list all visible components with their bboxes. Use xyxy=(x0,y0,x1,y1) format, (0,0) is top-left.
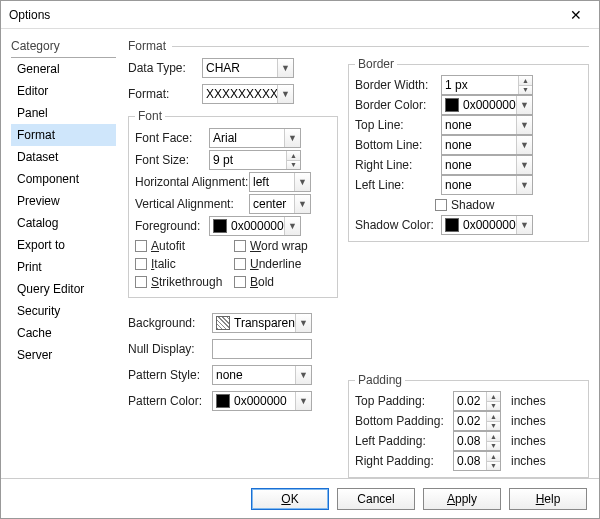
border-legend: Border xyxy=(355,57,397,71)
nulldisplay-input[interactable] xyxy=(212,339,312,359)
cancel-button[interactable]: Cancel xyxy=(337,488,415,510)
format-combo[interactable]: XXXXXXXXX...▼ xyxy=(202,84,294,104)
wordwrap-checkbox[interactable]: Word wrap xyxy=(234,239,331,253)
font-size-label: Font Size: xyxy=(135,153,205,167)
italic-checkbox[interactable]: Italic xyxy=(135,257,232,271)
sidebar-item-component[interactable]: Component xyxy=(11,168,116,190)
color-swatch xyxy=(445,98,459,112)
chevron-down-icon: ▼ xyxy=(516,176,532,194)
font-size-spinner[interactable]: 9 pt▲▼ xyxy=(209,150,301,170)
font-face-label: Font Face: xyxy=(135,131,205,145)
right-padding-label: Right Padding: xyxy=(355,454,447,468)
chevron-down-icon: ▼ xyxy=(516,216,532,234)
category-label: Category xyxy=(11,39,116,53)
font-group: Font Font Face: Arial▼ Font Size: 9 pt▲▼… xyxy=(128,109,338,298)
help-button[interactable]: Help xyxy=(509,488,587,510)
nulldisplay-label: Null Display: xyxy=(128,342,208,356)
sidebar-item-panel[interactable]: Panel xyxy=(11,102,116,124)
chevron-down-icon: ▼ xyxy=(295,314,311,332)
font-legend: Font xyxy=(135,109,165,123)
valign-combo[interactable]: center▼ xyxy=(249,194,311,214)
padding-legend: Padding xyxy=(355,373,405,387)
sidebar-item-export-to[interactable]: Export to xyxy=(11,234,116,256)
pattern-style-label: Pattern Style: xyxy=(128,368,208,382)
sidebar-item-preview[interactable]: Preview xyxy=(11,190,116,212)
chevron-down-icon: ▼ xyxy=(516,156,532,174)
chevron-down-icon: ▼ xyxy=(284,129,300,147)
options-dialog: Options ✕ Category GeneralEditorPanelFor… xyxy=(0,0,600,519)
data-type-combo[interactable]: CHAR▼ xyxy=(202,58,294,78)
font-face-combo[interactable]: Arial▼ xyxy=(209,128,301,148)
border-group: Border Border Width: 1 px▲▼ Border Color… xyxy=(348,57,589,242)
shadow-color-label: Shadow Color: xyxy=(355,218,435,232)
apply-button[interactable]: Apply xyxy=(423,488,501,510)
left-padding-spinner[interactable]: 0.08▲▼ xyxy=(453,431,501,451)
sidebar-item-catalog[interactable]: Catalog xyxy=(11,212,116,234)
foreground-combo[interactable]: 0x000000▼ xyxy=(209,216,301,236)
chevron-down-icon: ▼ xyxy=(516,116,532,134)
sidebar-item-print[interactable]: Print xyxy=(11,256,116,278)
halign-label: Horizontal Alignment: xyxy=(135,175,245,189)
unit-label: inches xyxy=(511,394,546,408)
chevron-down-icon: ▼ xyxy=(277,85,293,103)
color-swatch xyxy=(216,316,230,330)
border-width-spinner[interactable]: 1 px▲▼ xyxy=(441,75,533,95)
foreground-label: Foreground: xyxy=(135,219,205,233)
format-label: Format: xyxy=(128,87,198,101)
left-padding-label: Left Padding: xyxy=(355,434,447,448)
sidebar-item-security[interactable]: Security xyxy=(11,300,116,322)
background-combo[interactable]: Transparent▼ xyxy=(212,313,312,333)
color-swatch xyxy=(213,219,227,233)
ok-button[interactable]: OK xyxy=(251,488,329,510)
bottom-line-label: Bottom Line: xyxy=(355,138,435,152)
sidebar-item-cache[interactable]: Cache xyxy=(11,322,116,344)
right-line-combo[interactable]: none▼ xyxy=(441,155,533,175)
pattern-style-combo[interactable]: none▼ xyxy=(212,365,312,385)
sidebar-item-query-editor[interactable]: Query Editor xyxy=(11,278,116,300)
sidebar-item-format[interactable]: Format xyxy=(11,124,116,146)
chevron-down-icon: ▼ xyxy=(516,96,532,114)
halign-combo[interactable]: left▼ xyxy=(249,172,311,192)
sidebar-item-editor[interactable]: Editor xyxy=(11,80,116,102)
bottom-padding-spinner[interactable]: 0.02▲▼ xyxy=(453,411,501,431)
border-color-combo[interactable]: 0x000000▼ xyxy=(441,95,533,115)
bottom-line-combo[interactable]: none▼ xyxy=(441,135,533,155)
left-line-label: Left Line: xyxy=(355,178,435,192)
left-line-combo[interactable]: none▼ xyxy=(441,175,533,195)
top-line-label: Top Line: xyxy=(355,118,435,132)
color-swatch xyxy=(445,218,459,232)
data-type-label: Data Type: xyxy=(128,61,198,75)
category-list: GeneralEditorPanelFormatDatasetComponent… xyxy=(11,57,116,478)
sidebar-item-server[interactable]: Server xyxy=(11,344,116,366)
padding-group: Padding Top Padding: 0.02▲▼ inches Botto… xyxy=(348,373,589,478)
bottom-padding-label: Bottom Padding: xyxy=(355,414,447,428)
chevron-down-icon: ▼ xyxy=(294,173,310,191)
chevron-down-icon: ▼ xyxy=(295,392,311,410)
right-line-label: Right Line: xyxy=(355,158,435,172)
titlebar: Options ✕ xyxy=(1,1,599,29)
underline-checkbox[interactable]: Underline xyxy=(234,257,331,271)
chevron-down-icon: ▼ xyxy=(277,59,293,77)
dialog-footer: OK Cancel Apply Help xyxy=(1,478,599,518)
shadow-checkbox[interactable]: Shadow xyxy=(435,198,494,212)
sidebar-item-general[interactable]: General xyxy=(11,58,116,80)
valign-label: Vertical Alignment: xyxy=(135,197,245,211)
unit-label: inches xyxy=(511,454,546,468)
top-line-combo[interactable]: none▼ xyxy=(441,115,533,135)
shadow-color-combo[interactable]: 0x000000▼ xyxy=(441,215,533,235)
strikethrough-checkbox[interactable]: Strikethrough xyxy=(135,275,232,289)
top-padding-label: Top Padding: xyxy=(355,394,447,408)
window-title: Options xyxy=(9,8,561,22)
format-section-label: Format xyxy=(128,39,166,53)
top-padding-spinner[interactable]: 0.02▲▼ xyxy=(453,391,501,411)
right-padding-spinner[interactable]: 0.08▲▼ xyxy=(453,451,501,471)
bold-checkbox[interactable]: Bold xyxy=(234,275,331,289)
color-swatch xyxy=(216,394,230,408)
close-icon[interactable]: ✕ xyxy=(561,7,591,23)
chevron-down-icon: ▼ xyxy=(294,195,310,213)
pattern-color-combo[interactable]: 0x000000▼ xyxy=(212,391,312,411)
autofit-checkbox[interactable]: Autofit xyxy=(135,239,232,253)
sidebar-item-dataset[interactable]: Dataset xyxy=(11,146,116,168)
chevron-down-icon: ▼ xyxy=(295,366,311,384)
chevron-down-icon: ▼ xyxy=(284,217,300,235)
